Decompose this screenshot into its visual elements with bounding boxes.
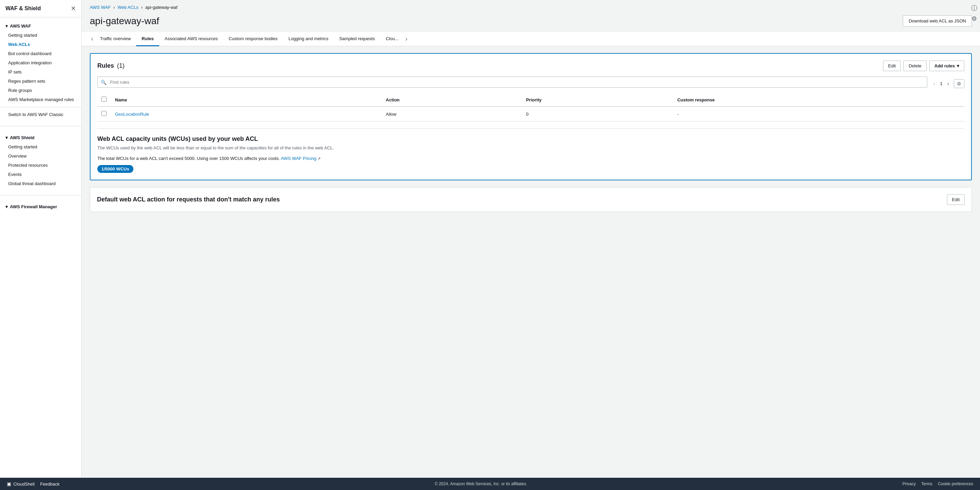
rules-panel: Rules (1) Edit Delete Add rules ▾ bbox=[90, 53, 972, 180]
rules-actions: Edit Delete Add rules ▾ bbox=[883, 60, 964, 71]
add-rules-button[interactable]: Add rules ▾ bbox=[929, 60, 964, 71]
wcu-title: Web ACL capacity units (WCUs) used by yo… bbox=[97, 135, 964, 143]
privacy-link[interactable]: Privacy bbox=[902, 482, 916, 486]
sidebar-item-getting-started[interactable]: Getting started bbox=[0, 30, 81, 40]
sidebar-item-app-integration[interactable]: Application integration bbox=[0, 58, 81, 67]
table-row: GeoLocationRule Allow 0 - bbox=[97, 107, 964, 121]
content-area: Rules (1) Edit Delete Add rules ▾ bbox=[82, 46, 980, 478]
wcu-description: The WCUs used by the web ACL will be les… bbox=[97, 145, 964, 150]
info-icon-button[interactable]: ⓘ bbox=[971, 4, 977, 12]
tab-rules[interactable]: Rules bbox=[136, 32, 159, 46]
search-pagination-row: 🔍 ‹ 1 › ⚙ bbox=[97, 76, 964, 93]
cookie-preferences-link[interactable]: Cookie preferences bbox=[938, 482, 973, 486]
aws-waf-caret-icon: ▾ bbox=[5, 24, 8, 29]
tabs-container: ‹ Traffic overview Rules Associated AWS … bbox=[82, 32, 980, 46]
cloudshell-button[interactable]: ▣ CloudShell bbox=[7, 481, 35, 487]
tab-sampled-requests[interactable]: Sampled requests bbox=[334, 32, 380, 46]
sidebar-item-marketplace[interactable]: AWS Marketplace managed rules bbox=[0, 95, 81, 104]
cloudshell-icon: ▣ bbox=[7, 481, 11, 487]
rules-title: Rules (1) bbox=[97, 62, 124, 69]
sidebar-item-shield-getting-started[interactable]: Getting started bbox=[0, 142, 81, 151]
edit-button[interactable]: Edit bbox=[883, 60, 901, 71]
wcu-info: The total WCUs for a web ACL can't excee… bbox=[97, 156, 964, 161]
search-input[interactable] bbox=[97, 76, 927, 88]
sidebar-header: WAF & Shield ✕ bbox=[0, 0, 81, 18]
terms-link[interactable]: Terms bbox=[921, 482, 932, 486]
sidebar-divider-1 bbox=[0, 107, 81, 107]
aws-waf-section-header[interactable]: ▾ AWS WAF bbox=[0, 21, 81, 30]
rules-table-body: GeoLocationRule Allow 0 - bbox=[97, 107, 964, 121]
sidebar-item-global-threat[interactable]: Global threat dashboard bbox=[0, 179, 81, 188]
breadcrumb: AWS WAF › Web ACLs › api-gateway-waf bbox=[82, 0, 980, 13]
rules-label: Rules bbox=[97, 62, 114, 69]
select-all-col bbox=[97, 93, 111, 107]
wcu-section: Web ACL capacity units (WCUs) used by yo… bbox=[97, 128, 964, 173]
tab-custom-response[interactable]: Custom response bodies bbox=[223, 32, 283, 46]
settings-icon-button[interactable]: ⚙ bbox=[971, 15, 977, 22]
table-settings-button[interactable]: ⚙ bbox=[954, 79, 964, 88]
tab-scroll-right[interactable]: › bbox=[404, 33, 409, 45]
breadcrumb-aws-waf[interactable]: AWS WAF bbox=[90, 5, 111, 10]
breadcrumb-web-acls[interactable]: Web ACLs bbox=[118, 5, 138, 10]
sidebar: WAF & Shield ✕ ▾ AWS WAF Getting started… bbox=[0, 0, 82, 478]
tab-scroll-left[interactable]: ‹ bbox=[90, 33, 95, 45]
sidebar-item-overview[interactable]: Overview bbox=[0, 151, 81, 161]
aws-firewall-section-label: AWS Firewall Manager bbox=[10, 204, 57, 209]
prev-page-button[interactable]: ‹ bbox=[931, 79, 937, 88]
rule-link[interactable]: GeoLocationRule bbox=[115, 111, 149, 117]
default-action-edit-button[interactable]: Edit bbox=[947, 194, 965, 205]
select-all-checkbox[interactable] bbox=[102, 97, 107, 102]
sidebar-item-protected-resources[interactable]: Protected resources bbox=[0, 161, 81, 170]
sidebar-item-ip-sets[interactable]: IP sets bbox=[0, 67, 81, 76]
sidebar-close-button[interactable]: ✕ bbox=[71, 5, 76, 12]
main-content: AWS WAF › Web ACLs › api-gateway-waf api… bbox=[82, 0, 980, 478]
row-name-cell: GeoLocationRule bbox=[111, 107, 382, 121]
wcu-pricing-link[interactable]: AWS WAF Pricing bbox=[281, 156, 317, 161]
tab-traffic-overview[interactable]: Traffic overview bbox=[95, 32, 136, 46]
row-priority-cell: 0 bbox=[522, 107, 673, 121]
aws-shield-section-header[interactable]: ▾ AWS Shield bbox=[0, 133, 81, 142]
right-icons-panel: ⓘ ⚙ bbox=[969, 0, 980, 27]
next-page-button[interactable]: › bbox=[945, 79, 951, 88]
rules-table: Name Action Priority Custom response bbox=[97, 93, 964, 121]
aws-shield-section: ▾ AWS Shield Getting started Overview Pr… bbox=[0, 129, 81, 192]
col-custom-response: Custom response bbox=[673, 93, 964, 107]
sidebar-item-events[interactable]: Events bbox=[0, 170, 81, 179]
sidebar-item-regex-patterns[interactable]: Regex pattern sets bbox=[0, 76, 81, 86]
sidebar-item-web-acls[interactable]: Web ACLs bbox=[0, 40, 81, 49]
download-button[interactable]: Download web ACL as JSON bbox=[903, 15, 972, 27]
sidebar-item-bot-control[interactable]: Bot control dashboard bbox=[0, 49, 81, 58]
breadcrumb-sep-1: › bbox=[113, 5, 115, 10]
search-container: 🔍 bbox=[97, 76, 927, 88]
row-custom-response-cell: - bbox=[673, 107, 964, 121]
tab-associated-resources[interactable]: Associated AWS resources bbox=[159, 32, 223, 46]
cloudshell-label: CloudShell bbox=[13, 482, 35, 487]
tab-cloudwatch[interactable]: Clou... bbox=[380, 32, 404, 46]
aws-firewall-section-header[interactable]: ▾ AWS Firewall Manager bbox=[0, 202, 81, 211]
default-action-section: Default web ACL action for requests that… bbox=[90, 187, 972, 212]
rules-table-head: Name Action Priority Custom response bbox=[97, 93, 964, 107]
bottom-bar: ▣ CloudShell Feedback © 2024, Amazon Web… bbox=[0, 478, 980, 490]
external-link-icon: ↗ bbox=[318, 156, 321, 161]
rules-header: Rules (1) Edit Delete Add rules ▾ bbox=[97, 60, 964, 71]
breadcrumb-sep-2: › bbox=[141, 5, 143, 10]
add-rules-label: Add rules bbox=[934, 63, 955, 68]
aws-waf-section-label: AWS WAF bbox=[10, 24, 31, 29]
pagination: ‹ 1 › ⚙ bbox=[931, 79, 964, 88]
col-priority: Priority bbox=[522, 93, 673, 107]
tab-logging-metrics[interactable]: Logging and metrics bbox=[283, 32, 334, 46]
bottom-bar-copyright: © 2024, Amazon Web Services, Inc. or its… bbox=[435, 482, 527, 486]
row-checkbox[interactable] bbox=[102, 111, 107, 116]
sidebar-item-switch-classic[interactable]: Switch to AWS WAF Classic bbox=[0, 110, 81, 119]
aws-shield-section-label: AWS Shield bbox=[10, 135, 34, 140]
feedback-button[interactable]: Feedback bbox=[40, 482, 60, 487]
sidebar-title: WAF & Shield bbox=[5, 5, 41, 11]
wcu-info-text: The total WCUs for a web ACL can't excee… bbox=[97, 156, 280, 161]
bottom-bar-right: Privacy Terms Cookie preferences bbox=[902, 482, 973, 486]
sidebar-item-rule-groups[interactable]: Rule groups bbox=[0, 86, 81, 95]
search-icon: 🔍 bbox=[101, 80, 107, 85]
page-number: 1 bbox=[940, 81, 942, 86]
delete-button[interactable]: Delete bbox=[904, 60, 927, 71]
bottom-bar-left: ▣ CloudShell Feedback bbox=[7, 481, 60, 487]
wcu-badge: 1/5000 WCUs bbox=[97, 165, 134, 173]
